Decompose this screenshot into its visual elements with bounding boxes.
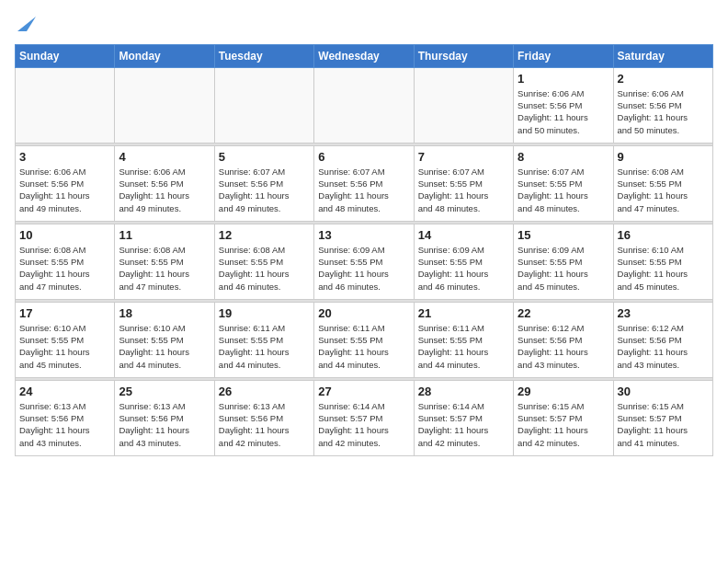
day-info: Sunrise: 6:10 AM Sunset: 5:55 PM Dayligh…: [618, 244, 709, 293]
calendar-cell: 22Sunrise: 6:12 AM Sunset: 5:56 PM Dayli…: [514, 302, 613, 377]
day-info: Sunrise: 6:08 AM Sunset: 5:55 PM Dayligh…: [19, 244, 110, 293]
day-number: 21: [418, 306, 509, 320]
day-number: 24: [19, 385, 110, 398]
weekday-header-monday: Monday: [115, 44, 214, 67]
page-header: [15, 15, 713, 33]
calendar-table: SundayMondayTuesdayWednesdayThursdayFrid…: [15, 44, 713, 456]
day-number: 6: [318, 150, 409, 164]
calendar-body: 1Sunrise: 6:06 AM Sunset: 5:56 PM Daylig…: [16, 67, 713, 455]
weekday-header-wednesday: Wednesday: [314, 44, 414, 67]
calendar-cell: 9Sunrise: 6:08 AM Sunset: 5:55 PM Daylig…: [613, 145, 712, 221]
calendar-cell: 19Sunrise: 6:11 AM Sunset: 5:55 PM Dayli…: [214, 302, 313, 377]
day-info: Sunrise: 6:10 AM Sunset: 5:55 PM Dayligh…: [19, 322, 110, 371]
day-info: Sunrise: 6:11 AM Sunset: 5:55 PM Dayligh…: [219, 322, 310, 371]
calendar-cell: 13Sunrise: 6:09 AM Sunset: 5:55 PM Dayli…: [314, 224, 414, 299]
calendar-week-row: 1Sunrise: 6:06 AM Sunset: 5:56 PM Daylig…: [16, 67, 713, 143]
calendar-cell: 15Sunrise: 6:09 AM Sunset: 5:55 PM Dayli…: [514, 224, 613, 299]
calendar-cell: 30Sunrise: 6:15 AM Sunset: 5:57 PM Dayli…: [613, 380, 712, 455]
day-number: 23: [618, 306, 709, 320]
calendar-cell: 8Sunrise: 6:07 AM Sunset: 5:55 PM Daylig…: [514, 145, 613, 221]
day-info: Sunrise: 6:13 AM Sunset: 5:56 PM Dayligh…: [19, 400, 110, 449]
calendar-cell: 18Sunrise: 6:10 AM Sunset: 5:55 PM Dayli…: [115, 302, 214, 377]
calendar-cell: [214, 67, 313, 143]
day-info: Sunrise: 6:10 AM Sunset: 5:55 PM Dayligh…: [119, 322, 210, 371]
calendar-cell: 21Sunrise: 6:11 AM Sunset: 5:55 PM Dayli…: [414, 302, 513, 377]
day-number: 30: [618, 385, 709, 398]
calendar-cell: 5Sunrise: 6:07 AM Sunset: 5:56 PM Daylig…: [214, 145, 313, 221]
calendar-cell: [314, 67, 414, 143]
weekday-header-saturday: Saturday: [613, 44, 712, 67]
day-info: Sunrise: 6:07 AM Sunset: 5:56 PM Dayligh…: [318, 166, 409, 214]
day-info: Sunrise: 6:08 AM Sunset: 5:55 PM Dayligh…: [119, 244, 210, 293]
calendar-cell: 20Sunrise: 6:11 AM Sunset: 5:55 PM Dayli…: [314, 302, 414, 377]
calendar-cell: [16, 67, 115, 143]
day-info: Sunrise: 6:13 AM Sunset: 5:56 PM Dayligh…: [219, 400, 310, 449]
calendar-week-row: 3Sunrise: 6:06 AM Sunset: 5:56 PM Daylig…: [16, 145, 713, 221]
weekday-header-sunday: Sunday: [16, 44, 115, 67]
day-info: Sunrise: 6:11 AM Sunset: 5:55 PM Dayligh…: [318, 322, 409, 371]
day-number: 12: [219, 228, 310, 242]
day-number: 16: [618, 228, 709, 242]
day-number: 10: [19, 228, 110, 242]
logo: [15, 15, 36, 33]
day-info: Sunrise: 6:09 AM Sunset: 5:55 PM Dayligh…: [418, 244, 509, 293]
calendar-header: SundayMondayTuesdayWednesdayThursdayFrid…: [16, 44, 713, 67]
svg-marker-0: [17, 17, 36, 31]
day-number: 20: [318, 306, 409, 320]
day-number: 26: [219, 385, 310, 398]
calendar-cell: [115, 67, 214, 143]
day-number: 5: [219, 150, 310, 164]
calendar-cell: 3Sunrise: 6:06 AM Sunset: 5:56 PM Daylig…: [16, 145, 115, 221]
day-info: Sunrise: 6:13 AM Sunset: 5:56 PM Dayligh…: [119, 400, 210, 449]
calendar-cell: 26Sunrise: 6:13 AM Sunset: 5:56 PM Dayli…: [214, 380, 313, 455]
calendar-week-row: 24Sunrise: 6:13 AM Sunset: 5:56 PM Dayli…: [16, 380, 713, 455]
day-info: Sunrise: 6:09 AM Sunset: 5:55 PM Dayligh…: [518, 244, 609, 293]
calendar-cell: 24Sunrise: 6:13 AM Sunset: 5:56 PM Dayli…: [16, 380, 115, 455]
day-number: 9: [618, 150, 709, 164]
calendar-cell: 12Sunrise: 6:08 AM Sunset: 5:55 PM Dayli…: [214, 224, 313, 299]
day-number: 4: [119, 150, 210, 164]
day-number: 17: [19, 306, 110, 320]
calendar-cell: 27Sunrise: 6:14 AM Sunset: 5:57 PM Dayli…: [314, 380, 414, 455]
calendar-cell: 28Sunrise: 6:14 AM Sunset: 5:57 PM Dayli…: [414, 380, 513, 455]
day-info: Sunrise: 6:08 AM Sunset: 5:55 PM Dayligh…: [618, 166, 709, 214]
day-info: Sunrise: 6:14 AM Sunset: 5:57 PM Dayligh…: [318, 400, 409, 449]
calendar-cell: 23Sunrise: 6:12 AM Sunset: 5:56 PM Dayli…: [613, 302, 712, 377]
day-number: 29: [518, 385, 609, 398]
day-number: 27: [318, 385, 409, 398]
day-info: Sunrise: 6:15 AM Sunset: 5:57 PM Dayligh…: [618, 400, 709, 449]
day-info: Sunrise: 6:06 AM Sunset: 5:56 PM Dayligh…: [618, 87, 709, 136]
day-info: Sunrise: 6:07 AM Sunset: 5:56 PM Dayligh…: [219, 166, 310, 214]
calendar-cell: 16Sunrise: 6:10 AM Sunset: 5:55 PM Dayli…: [613, 224, 712, 299]
day-info: Sunrise: 6:06 AM Sunset: 5:56 PM Dayligh…: [119, 166, 210, 214]
day-info: Sunrise: 6:12 AM Sunset: 5:56 PM Dayligh…: [518, 322, 609, 371]
calendar-cell: 4Sunrise: 6:06 AM Sunset: 5:56 PM Daylig…: [115, 145, 214, 221]
day-number: 11: [119, 228, 210, 242]
calendar-cell: 29Sunrise: 6:15 AM Sunset: 5:57 PM Dayli…: [514, 380, 613, 455]
day-number: 25: [119, 385, 210, 398]
day-info: Sunrise: 6:09 AM Sunset: 5:55 PM Dayligh…: [318, 244, 409, 293]
day-info: Sunrise: 6:12 AM Sunset: 5:56 PM Dayligh…: [618, 322, 709, 371]
day-number: 8: [518, 150, 609, 164]
calendar-cell: 1Sunrise: 6:06 AM Sunset: 5:56 PM Daylig…: [514, 67, 613, 143]
calendar-cell: 10Sunrise: 6:08 AM Sunset: 5:55 PM Dayli…: [16, 224, 115, 299]
day-number: 1: [518, 72, 609, 86]
day-number: 3: [19, 150, 110, 164]
day-info: Sunrise: 6:06 AM Sunset: 5:56 PM Dayligh…: [19, 166, 110, 214]
day-info: Sunrise: 6:15 AM Sunset: 5:57 PM Dayligh…: [518, 400, 609, 449]
day-number: 18: [119, 306, 210, 320]
day-info: Sunrise: 6:14 AM Sunset: 5:57 PM Dayligh…: [418, 400, 509, 449]
day-info: Sunrise: 6:08 AM Sunset: 5:55 PM Dayligh…: [219, 244, 310, 293]
day-info: Sunrise: 6:06 AM Sunset: 5:56 PM Dayligh…: [518, 87, 609, 136]
calendar-cell: 11Sunrise: 6:08 AM Sunset: 5:55 PM Dayli…: [115, 224, 214, 299]
day-number: 2: [618, 72, 709, 86]
day-number: 13: [318, 228, 409, 242]
day-number: 22: [518, 306, 609, 320]
day-number: 15: [518, 228, 609, 242]
weekday-header-friday: Friday: [514, 44, 613, 67]
calendar-week-row: 17Sunrise: 6:10 AM Sunset: 5:55 PM Dayli…: [16, 302, 713, 377]
day-number: 19: [219, 306, 310, 320]
calendar-cell: 2Sunrise: 6:06 AM Sunset: 5:56 PM Daylig…: [613, 67, 712, 143]
calendar-cell: 7Sunrise: 6:07 AM Sunset: 5:55 PM Daylig…: [414, 145, 513, 221]
calendar-cell: 6Sunrise: 6:07 AM Sunset: 5:56 PM Daylig…: [314, 145, 414, 221]
